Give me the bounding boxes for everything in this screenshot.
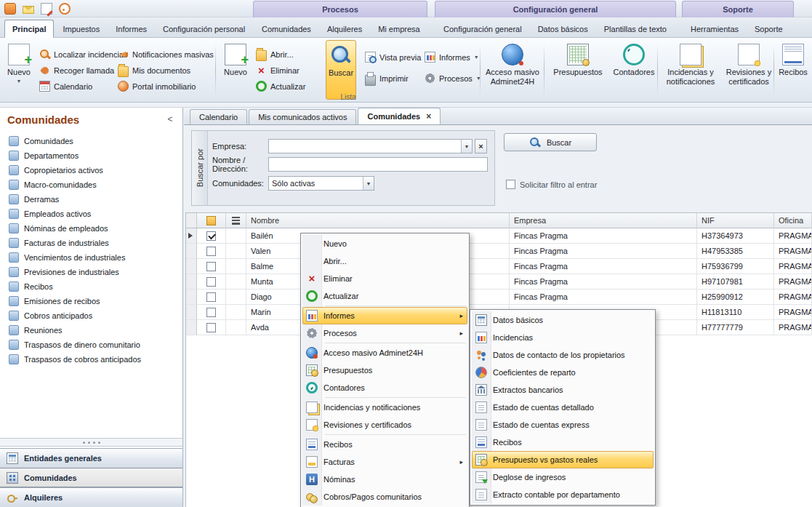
ribbon-big-button[interactable]: Contadores: [611, 40, 657, 100]
empresa-combo[interactable]: ▼: [268, 139, 473, 153]
sidebar-item[interactable]: Nóminas de empleados: [0, 221, 182, 236]
ribbon-small-button[interactable]: Vista previa: [362, 49, 424, 65]
quick-access-button[interactable]: [57, 2, 72, 15]
submenu-item[interactable]: Presupuesto vs gastos reales: [472, 451, 654, 468]
menu-item[interactable]: Incidencias y notificaciones: [302, 399, 467, 416]
row-checkbox[interactable]: [206, 323, 216, 332]
submenu-item[interactable]: Extractos bancarios: [472, 381, 654, 399]
ribbon-big-button[interactable]: Recibos: [776, 40, 810, 100]
ribbon-big-button[interactable]: Acceso masivo Adminet24H: [483, 40, 542, 100]
row-checkbox[interactable]: [206, 292, 216, 302]
ribbon-tab[interactable]: Soporte: [747, 20, 790, 38]
submenu-item[interactable]: Incidencias: [472, 329, 654, 346]
chevron-down-icon[interactable]: ▼: [363, 177, 374, 190]
ribbon-small-button[interactable]: Mis documentos: [115, 63, 217, 78]
submenu-item[interactable]: Estado de cuentas detallado: [472, 399, 654, 416]
chevron-down-icon[interactable]: ▼: [461, 140, 472, 153]
sidebar-item[interactable]: Facturas de industriales: [0, 236, 182, 250]
ribbon-big-button[interactable]: Presupuestos: [547, 40, 609, 100]
sidebar-item[interactable]: Traspasos de dinero comunitario: [0, 338, 182, 352]
sidebar-item[interactable]: Empleados activos: [0, 207, 182, 221]
submenu-item[interactable]: Coeficientes de reparto: [472, 364, 654, 381]
table-row[interactable]: Balme Fincas Pragma H75936799 PRAGMA: [186, 259, 812, 274]
nombre-direccion-input[interactable]: [272, 159, 487, 170]
sidebar-item[interactable]: Comunidades: [0, 134, 182, 148]
menu-item[interactable]: Revisiones y certificados: [302, 416, 467, 434]
sidebar-item[interactable]: Recibos: [0, 279, 182, 294]
row-checkbox[interactable]: [206, 277, 216, 287]
close-tab-icon[interactable]: ×: [426, 113, 431, 120]
filter-search-button[interactable]: Buscar: [504, 133, 597, 151]
ribbon-dropdown-button[interactable]: Procesos ▼: [422, 71, 484, 86]
table-row[interactable]: Valen Fincas Pragma H47953385 PRAGMA: [186, 244, 812, 259]
menu-item[interactable]: Informes ▸: [302, 307, 467, 324]
ribbon-dropdown-button[interactable]: Informes ▼: [422, 49, 484, 65]
sidebar-item[interactable]: Cobros anticipados: [0, 308, 182, 323]
submenu-item[interactable]: Datos de contacto de los propietarios: [472, 346, 654, 364]
quick-access-button[interactable]: [21, 2, 36, 15]
nombre-direccion-field[interactable]: [268, 157, 488, 172]
sidebar-splitter[interactable]: [0, 438, 182, 447]
quick-access-button[interactable]: [3, 2, 17, 15]
ribbon-small-button[interactable]: Actualizar: [253, 79, 308, 94]
ribbon-tab[interactable]: Informes: [108, 20, 154, 38]
table-row[interactable]: Munta Fincas Pragma H97107981 PRAGMA: [186, 274, 812, 290]
menu-item[interactable]: Actualizar: [302, 287, 467, 305]
submenu-item[interactable]: Deglose de ingresos: [472, 468, 654, 486]
ribbon-tab[interactable]: Alquileres: [320, 20, 369, 38]
sidebar-collapse-button[interactable]: <: [165, 114, 175, 124]
menu-item[interactable]: Cobros/Pagos comunitarios: [302, 488, 467, 506]
ribbon-big-button[interactable]: Revisiones y certificados: [723, 40, 775, 100]
quick-access-button[interactable]: [39, 2, 54, 15]
submenu-item[interactable]: Estado de cuentas express: [472, 416, 654, 434]
document-tab[interactable]: Comunidades ×: [358, 108, 441, 124]
ribbon-tab[interactable]: Plantillas de texto: [597, 20, 674, 38]
ribbon-tab[interactable]: Mi empresa: [371, 20, 427, 38]
submenu-item[interactable]: Recibos: [472, 434, 654, 451]
ribbon-small-button[interactable]: Abrir...: [253, 47, 308, 62]
ribbon-tab[interactable]: Datos básicos: [531, 20, 595, 38]
menu-item[interactable]: Eliminar: [302, 270, 467, 287]
document-tab[interactable]: Mis comunicados activos: [249, 109, 356, 124]
column-header-nombre[interactable]: Nombre: [246, 213, 510, 228]
menu-item[interactable]: Recibos: [302, 436, 467, 453]
ribbon-tab[interactable]: Impuestos: [55, 20, 107, 38]
sidebar-item[interactable]: Traspasos de cobros anticipados: [0, 352, 182, 367]
menu-item[interactable]: Acceso masivo Adminet24H: [302, 344, 467, 362]
request-filter-checkbox[interactable]: [506, 180, 515, 189]
new-list-item-button[interactable]: Nuevo: [220, 40, 251, 100]
sidebar-item[interactable]: Macro-comunidades: [0, 177, 182, 192]
sidebar-item[interactable]: Reuniones: [0, 323, 182, 338]
document-tab[interactable]: Calendario: [190, 109, 247, 124]
submenu-item[interactable]: Datos básicos: [472, 311, 654, 329]
ribbon-big-button[interactable]: Incidencias y notificaciones: [660, 40, 721, 100]
column-header-empresa[interactable]: Empresa: [510, 213, 697, 228]
menu-item[interactable]: Procesos ▸: [302, 324, 467, 342]
table-row[interactable]: Bailén Fincas Pragma H37364973 PRAGMA: [186, 228, 812, 244]
menu-item[interactable]: Nuevo: [302, 235, 467, 252]
ribbon-tab[interactable]: Principal: [4, 20, 54, 38]
menu-item[interactable]: Contadores: [302, 379, 467, 396]
sidebar-item[interactable]: Derramas: [0, 192, 182, 207]
new-button[interactable]: Nuevo ▼: [2, 40, 36, 100]
sidebar-item[interactable]: Emisiones de recibos: [0, 294, 182, 308]
comunidades-combo[interactable]: Sólo activas ▼: [268, 176, 374, 191]
sidebar-item[interactable]: Previsiones de industriales: [0, 265, 182, 279]
sidebar-item[interactable]: Vencimientos de industriales: [0, 250, 182, 265]
sidebar-group-button[interactable]: Entidades generales: [0, 448, 182, 468]
menu-item[interactable]: Nóminas: [302, 471, 467, 488]
search-button[interactable]: Buscar: [326, 40, 356, 100]
row-checkbox[interactable]: [206, 262, 216, 271]
ribbon-small-button[interactable]: Imprimir: [362, 71, 424, 86]
sidebar-item[interactable]: Departamentos: [0, 148, 182, 163]
grid-icon-header[interactable]: [226, 213, 246, 228]
row-checkbox[interactable]: [206, 308, 216, 317]
sidebar-group-button[interactable]: Alquileres: [0, 487, 182, 507]
row-checkbox[interactable]: [206, 231, 216, 241]
ribbon-small-button[interactable]: Notificaciones masivas: [115, 47, 217, 62]
menu-item[interactable]: Facturas ▸: [302, 453, 467, 471]
ribbon-tab[interactable]: Configuración general: [436, 20, 529, 38]
ribbon-tab[interactable]: Configuración personal: [156, 20, 252, 38]
clear-empresa-button[interactable]: ×: [475, 139, 487, 153]
ribbon-tab[interactable]: Herramientas: [683, 20, 746, 38]
